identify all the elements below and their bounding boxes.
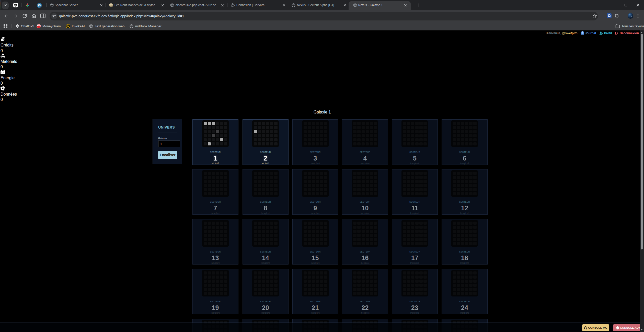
svg-text:W: W — [38, 4, 41, 7]
